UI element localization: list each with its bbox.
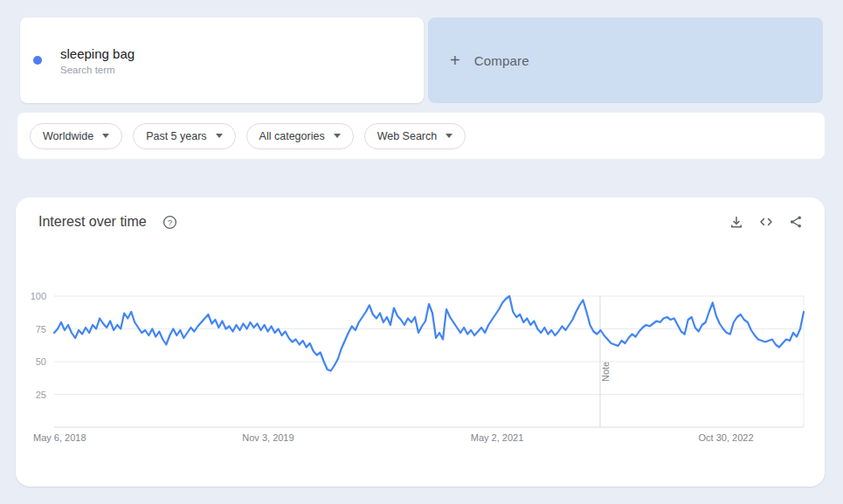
x-axis-tick-label: May 2, 2021 bbox=[471, 432, 524, 443]
filter-time-label: Past 5 years bbox=[146, 130, 206, 142]
y-axis-tick-label: 100 bbox=[31, 291, 46, 301]
compare-label: Compare bbox=[474, 53, 529, 68]
term-text-block: sleeping bag Search term bbox=[60, 46, 135, 75]
caret-down-icon bbox=[216, 134, 223, 138]
filter-category-label: All categories bbox=[259, 130, 325, 142]
caret-down-icon bbox=[446, 134, 453, 138]
term-color-dot bbox=[33, 56, 42, 65]
filter-geo-label: Worldwide bbox=[43, 130, 93, 142]
search-term-type-label: Search term bbox=[60, 65, 135, 75]
filter-geo-dropdown[interactable]: Worldwide bbox=[30, 123, 122, 149]
note-marker-label: Note bbox=[600, 362, 611, 382]
interest-over-time-card: Interest over time ? bbox=[16, 197, 825, 487]
search-term-card[interactable]: sleeping bag Search term bbox=[20, 17, 424, 103]
search-term-text: sleeping bag bbox=[60, 46, 135, 61]
x-axis-tick-label: May 6, 2018 bbox=[33, 432, 86, 443]
interest-over-time-chart: 255075100May 6, 2018Nov 3, 2019May 2, 20… bbox=[16, 197, 825, 487]
y-axis-tick-label: 75 bbox=[36, 324, 46, 335]
caret-down-icon bbox=[102, 134, 109, 138]
x-axis-tick-label: Oct 30, 2022 bbox=[699, 432, 754, 443]
google-trends-explore-page: sleeping bag Search term + Compare World… bbox=[0, 0, 843, 504]
trend-line bbox=[54, 296, 804, 371]
filter-category-dropdown[interactable]: All categories bbox=[246, 123, 354, 149]
filter-search-type-dropdown[interactable]: Web Search bbox=[364, 123, 466, 149]
plus-icon: + bbox=[450, 52, 460, 69]
caret-down-icon bbox=[334, 134, 341, 138]
filter-search-type-label: Web Search bbox=[377, 130, 438, 142]
y-axis-tick-label: 25 bbox=[36, 390, 46, 400]
x-axis-tick-label: Nov 3, 2019 bbox=[242, 432, 294, 443]
y-axis-tick-label: 50 bbox=[36, 356, 46, 367]
compare-add-button[interactable]: + Compare bbox=[428, 17, 823, 103]
filter-time-dropdown[interactable]: Past 5 years bbox=[133, 123, 235, 149]
filter-bar: Worldwide Past 5 years All categories We… bbox=[17, 113, 825, 159]
